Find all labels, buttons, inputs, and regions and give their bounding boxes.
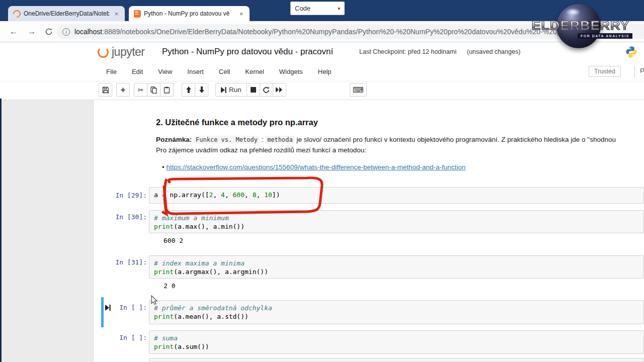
- url-text: localhost:8889/notebooks/OneDrive/ElderB…: [74, 28, 561, 36]
- add-cell-button[interactable]: +: [116, 83, 130, 97]
- code-cell-input[interactable]: # maximum a minimum print(a.max(), a.min…: [149, 210, 644, 233]
- menu-item[interactable]: Widgets: [272, 68, 310, 75]
- code-cell-input[interactable]: # průměr a směrodatná odchylka print(a.m…: [149, 300, 644, 324]
- paste-icon: [164, 86, 170, 94]
- jupyter-toolbar: [0, 81, 644, 100]
- url-host: localhost: [74, 28, 102, 36]
- browser-tab-onedrive[interactable]: OneDrive/ElderBerryData/Noteb ×: [8, 6, 125, 21]
- code-text: # index maxima a minima print(a.argmax()…: [154, 259, 268, 276]
- cell-prompt: In [30]:: [94, 213, 147, 221]
- menu-item[interactable]: Kernel: [237, 68, 272, 75]
- forward-icon[interactable]: →: [25, 25, 38, 38]
- markdown-note-line2: Pro zájemce uvádím odkaz na přehled rozd…: [156, 146, 366, 154]
- inline-code-chip: methoda: [265, 136, 295, 144]
- menu-item[interactable]: View: [150, 68, 180, 75]
- jupyter-logo[interactable]: jupyter: [98, 45, 145, 59]
- notebook-favicon: [134, 10, 141, 18]
- save-button[interactable]: [99, 83, 112, 97]
- python-logo-icon: [625, 46, 637, 60]
- move-cell-down-button[interactable]: [195, 83, 208, 97]
- chevron-down-icon: ▾: [338, 6, 340, 11]
- code-cell-input[interactable]: # index maxima a minima print(a.argmax()…: [149, 255, 644, 279]
- copy-icon: [150, 86, 157, 94]
- cell-prompt: In [ ]:: [94, 304, 147, 311]
- menu-item[interactable]: Help: [310, 68, 339, 75]
- trusted-badge[interactable]: Trusted: [589, 66, 621, 77]
- inline-code-chip: Funkce vs. Metody: [194, 136, 260, 144]
- back-icon[interactable]: ←: [7, 25, 20, 38]
- tab-close-icon[interactable]: ×: [237, 10, 246, 18]
- unsaved-status: (unsaved changes): [467, 48, 520, 55]
- restart-run-all-button[interactable]: [273, 83, 286, 97]
- jupyter-menubar: FileEditViewInsertCellKernelWidgetsHelp: [0, 62, 644, 81]
- copy-cell-button[interactable]: [147, 83, 160, 97]
- bullet-icon: •: [162, 163, 165, 171]
- paste-cell-button[interactable]: [160, 83, 174, 97]
- tab-close-icon[interactable]: ×: [112, 10, 121, 18]
- code-text: # suma print(a.sum()): [154, 334, 209, 351]
- code-cell-input[interactable]: a = np.array([2, 4, 600, 8, 10]): [149, 187, 644, 204]
- menu-items: FileEditViewInsertCellKernelWidgetsHelp: [99, 62, 339, 81]
- markdown-note-line1: Poznámka: Funkce vs. Metody : methoda je…: [156, 136, 616, 143]
- cell-type-dropdown[interactable]: Code ▾: [290, 2, 345, 15]
- menubar-divider: [634, 65, 635, 77]
- video-edge-strip: [0, 99, 2, 362]
- code-text: a = np.array([2, 4, 600, 8, 10]): [154, 191, 280, 199]
- tab-title: Python - NumPy pro datovou vě: [144, 10, 234, 17]
- menu-item[interactable]: Insert: [180, 68, 211, 75]
- cell-prompt: In [ ]:: [94, 334, 147, 341]
- tab-title: OneDrive/ElderBerryData/Noteb: [24, 10, 109, 17]
- new-tab-button[interactable]: +: [256, 8, 268, 20]
- restart-kernel-button[interactable]: [260, 83, 273, 97]
- move-cell-up-button[interactable]: [182, 83, 195, 97]
- code-text: # maximum a minimum print(a.max(), a.min…: [154, 214, 245, 231]
- menu-item[interactable]: Cell: [211, 68, 237, 75]
- url-bar[interactable]: i localhost:8889/notebooks/OneDrive/Elde…: [56, 24, 644, 39]
- menu-item[interactable]: Edit: [124, 68, 150, 75]
- cell-output: 2 0: [164, 282, 175, 290]
- arrow-up-icon: [186, 86, 192, 93]
- url-path: :8889/notebooks/OneDrive/ElderBerryData/…: [102, 28, 560, 36]
- kernel-name-clipped: P: [640, 67, 644, 74]
- interrupt-kernel-button[interactable]: [247, 83, 260, 97]
- code-cell-input[interactable]: # suma print(a.sum()): [149, 330, 644, 354]
- markdown-bullet-item: • https://stackoverflow.com/questions/15…: [162, 163, 465, 171]
- jupyter-moons-icon: [98, 47, 109, 58]
- notebook-title[interactable]: Python - NumPy pro datovou vědu - pracov…: [162, 47, 333, 57]
- checkpoint-status: Last Checkpoint: před 12 hodinami: [359, 48, 456, 55]
- command-palette-button[interactable]: ⌨: [350, 83, 367, 97]
- cut-cell-button[interactable]: ✂: [134, 83, 147, 97]
- menu-item[interactable]: File: [99, 68, 124, 75]
- cell-prompt: In [31]:: [94, 258, 147, 266]
- cell-output: 600 2: [164, 237, 183, 244]
- markdown-heading: 2. Užitečné funkce a metody pro np.array: [156, 118, 318, 127]
- run-cell-button[interactable]: Run: [215, 83, 247, 97]
- stackoverflow-link[interactable]: https://stackoverflow.com/questions/1556…: [167, 163, 466, 171]
- jupyter-favicon: [12, 8, 22, 19]
- cell-prompt: In [29]:: [94, 192, 147, 199]
- floppy-icon: [102, 86, 109, 94]
- restart-icon: [263, 86, 270, 94]
- page-info-icon[interactable]: i: [62, 28, 70, 36]
- fast-forward-icon: [276, 87, 283, 93]
- reload-icon[interactable]: [42, 25, 55, 38]
- code-text: # průměr a směrodatná odchylka print(a.m…: [154, 304, 272, 321]
- browser-tab-notebook-active[interactable]: Python - NumPy pro datovou vě ×: [129, 6, 250, 21]
- code-cell-partial[interactable]: [149, 358, 644, 362]
- step-forward-icon: [221, 87, 226, 93]
- stop-icon: [251, 87, 256, 93]
- arrow-down-icon: [199, 86, 205, 93]
